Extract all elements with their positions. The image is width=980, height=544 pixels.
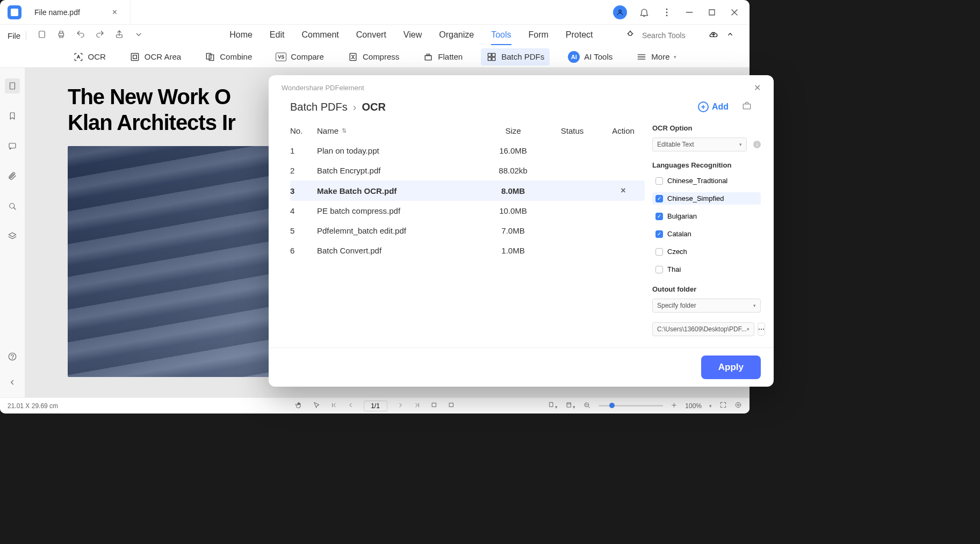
zoom-out-icon[interactable] [583, 401, 591, 411]
svg-line-33 [13, 207, 16, 209]
tool-more[interactable]: More ▾ [631, 48, 682, 66]
save-icon[interactable] [37, 30, 47, 41]
next-page-icon[interactable] [397, 402, 404, 410]
sidebar-search[interactable] [5, 199, 20, 214]
checkbox[interactable] [655, 248, 663, 256]
document-tab[interactable]: File name.pdf × [21, 0, 131, 25]
svg-rect-19 [207, 53, 211, 59]
tool-compare[interactable]: VS Compare [270, 49, 329, 64]
dropdown-icon[interactable] [134, 30, 143, 41]
tab-organize[interactable]: Organize [439, 26, 474, 45]
dialog-app-title: Wondershare PDFelement [282, 84, 364, 92]
kebab-menu-icon[interactable] [661, 7, 672, 18]
fit-page-icon[interactable]: ▾ [565, 401, 575, 410]
sidebar-collapse[interactable] [5, 375, 20, 390]
chevron-up-icon[interactable] [726, 30, 734, 41]
svg-point-0 [619, 10, 622, 12]
zoom-value[interactable]: 100% [685, 402, 702, 410]
tool-ocr[interactable]: OCR [68, 48, 111, 66]
maximize-icon[interactable] [707, 7, 717, 18]
add-file-button[interactable]: + Add [698, 101, 729, 112]
tool-combine[interactable]: Combine [199, 48, 257, 66]
ocr-option-select[interactable]: Editable Text▾ [652, 137, 747, 151]
tool-ocr-area[interactable]: OCR Area [124, 48, 186, 66]
rotate-right-icon[interactable] [448, 401, 455, 410]
sidebar-layers[interactable] [5, 229, 20, 244]
breadcrumb-root[interactable]: Batch PDFs [290, 101, 348, 113]
language-item[interactable]: Chinese_Tradtional [652, 175, 761, 187]
language-item[interactable]: Chinese_Simpfied [652, 192, 761, 205]
tab-convert[interactable]: Convert [356, 26, 386, 45]
read-mode-icon[interactable] [734, 401, 742, 410]
cloud-upload-icon[interactable] [709, 30, 718, 41]
prev-page-icon[interactable] [347, 402, 354, 410]
tab-home[interactable]: Home [229, 26, 253, 45]
print-icon[interactable] [56, 30, 66, 41]
checkbox[interactable] [655, 230, 663, 238]
last-page-icon[interactable] [414, 402, 421, 410]
checkbox[interactable] [655, 266, 663, 273]
language-item[interactable]: Catalan [652, 228, 761, 240]
col-action: Action [602, 126, 645, 135]
undo-icon[interactable] [76, 30, 85, 41]
fit-width-icon[interactable]: ▾ [547, 401, 558, 410]
zoom-slider[interactable] [599, 405, 663, 407]
checkbox[interactable] [655, 213, 663, 220]
sidebar-comments[interactable] [5, 139, 20, 154]
user-avatar[interactable] [613, 5, 627, 19]
svg-rect-31 [9, 143, 16, 148]
table-row[interactable]: 3Make Batch OCR.pdf8.0MB× [290, 180, 645, 201]
tab-form[interactable]: Form [529, 26, 549, 45]
tab-comment[interactable]: Comment [301, 26, 338, 45]
close-window-icon[interactable] [729, 7, 740, 18]
page-input[interactable] [364, 401, 387, 411]
select-tool-icon[interactable] [313, 401, 321, 411]
share-icon[interactable] [114, 30, 124, 41]
tool-compress[interactable]: Compress [342, 48, 405, 66]
table-row[interactable]: 1Plan on today.ppt16.0MB [290, 141, 645, 161]
toolbox-icon[interactable] [741, 100, 752, 113]
sidebar-help[interactable] [5, 349, 20, 364]
table-row[interactable]: 5Pdfelemnt_batch edit.pdf7.0MB [290, 221, 645, 241]
checkbox[interactable] [655, 195, 663, 202]
table-row[interactable]: 2Batch Encrypt.pdf88.02kb [290, 161, 645, 180]
col-name[interactable]: Name⇅ [317, 126, 484, 135]
rotate-left-icon[interactable] [430, 401, 438, 410]
file-menu[interactable]: File [8, 31, 26, 40]
tab-protect[interactable]: Protect [566, 26, 593, 45]
checkbox[interactable] [655, 177, 663, 185]
language-item[interactable]: Thai [652, 263, 761, 275]
tools-toolbar: OCR OCR Area Combine VS Compare Compress… [0, 46, 750, 68]
dialog-close-icon[interactable]: ✕ [754, 83, 761, 93]
redo-icon[interactable] [95, 30, 105, 41]
tab-view[interactable]: View [403, 26, 422, 45]
table-row[interactable]: 4PE batch compress.pdf10.0MB [290, 201, 645, 221]
output-mode-select[interactable]: Specify folder▾ [652, 299, 761, 313]
output-path-select[interactable]: C:\Users\13609\Desktop\PDF...▾ [652, 322, 754, 336]
tool-batch-pdfs[interactable]: Batch PDFs [481, 48, 550, 66]
zoom-in-icon[interactable] [671, 402, 678, 410]
sidebar-thumbnails[interactable] [5, 78, 20, 93]
info-icon[interactable]: i [753, 141, 761, 148]
sidebar-attachments[interactable] [5, 169, 20, 184]
close-tab-icon[interactable]: × [112, 8, 117, 17]
tab-edit[interactable]: Edit [270, 26, 285, 45]
bell-icon[interactable] [639, 7, 650, 18]
remove-row-icon[interactable]: × [621, 186, 625, 195]
browse-button[interactable]: ⋯ [758, 323, 765, 336]
tool-ai-tools[interactable]: AI AI Tools [563, 48, 618, 66]
hand-tool-icon[interactable] [295, 401, 303, 411]
sidebar-bookmarks[interactable] [5, 108, 20, 124]
fullscreen-icon[interactable] [719, 401, 727, 410]
language-item[interactable]: Czech [652, 245, 761, 258]
language-item[interactable]: Bulgarian [652, 210, 761, 222]
minimize-icon[interactable] [684, 7, 695, 18]
tool-ai-label: AI Tools [584, 52, 612, 61]
apply-button[interactable]: Apply [701, 356, 761, 379]
quick-access-toolbar [30, 30, 151, 41]
tab-tools[interactable]: Tools [491, 26, 511, 45]
first-page-icon[interactable] [330, 402, 337, 410]
table-row[interactable]: 6Batch Convert.pdf1.0MB [290, 241, 645, 260]
tool-flatten[interactable]: Flatten [417, 48, 468, 66]
search-input[interactable] [642, 31, 701, 40]
